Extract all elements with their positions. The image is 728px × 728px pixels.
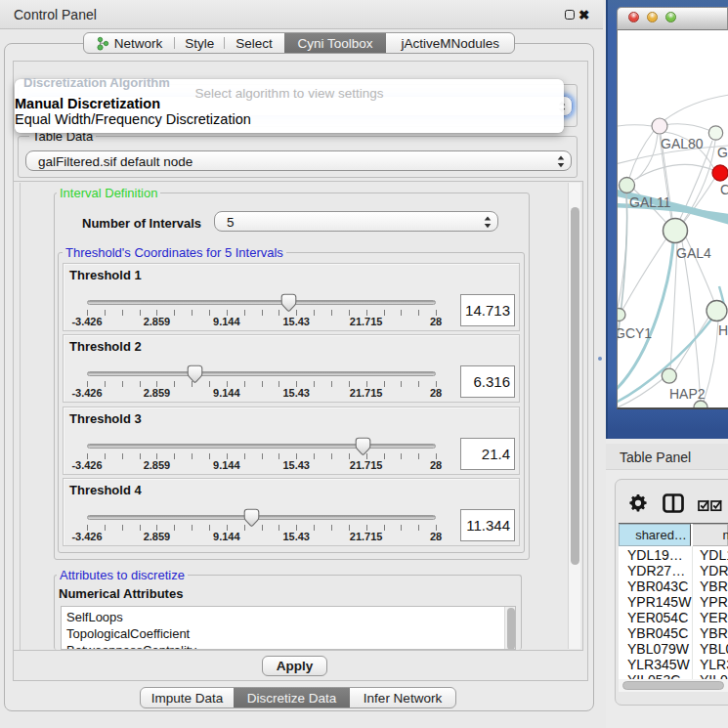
svg-text:GAL80: GAL80 (661, 136, 704, 151)
svg-text:GAL11: GAL11 (629, 194, 671, 210)
svg-text:CD: CD (720, 182, 728, 197)
svg-text:GAL4: GAL4 (676, 245, 711, 261)
svg-text:H: H (718, 322, 728, 338)
svg-text:HAP2: HAP2 (669, 386, 706, 402)
svg-text:GCY1: GCY1 (618, 325, 652, 341)
svg-text:GA: GA (717, 145, 728, 160)
